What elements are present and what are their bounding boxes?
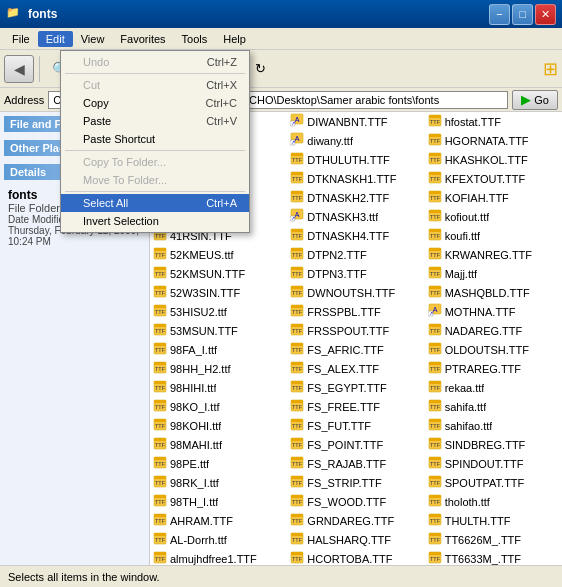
menu-copy-to[interactable]: Copy To Folder... [61,153,249,171]
list-item[interactable]: TTFKOFIAH.TTF [425,188,562,207]
menu-paste[interactable]: Paste Ctrl+V [61,112,249,130]
list-item[interactable]: TTFFS_EGYPT.TTF [287,378,424,397]
menu-select-all[interactable]: Select All Ctrl+A [61,194,249,212]
list-item[interactable]: TTF98FA_I.ttf [150,340,287,359]
menu-paste-shortcut[interactable]: Paste Shortcut [61,130,249,148]
list-item[interactable]: TTF98KOHI.ttf [150,416,287,435]
svg-text:TTF: TTF [292,499,303,505]
menu-move-to[interactable]: Move To Folder... [61,171,249,189]
list-item[interactable]: TTFOLDOUTSH.TTF [425,340,562,359]
list-item[interactable]: A↗DTNASKH3.ttf [287,207,424,226]
menu-copy[interactable]: Copy Ctrl+C [61,94,249,112]
refresh-button[interactable]: ↻ [248,54,273,84]
list-item[interactable]: TTFFS_FUT.TTF [287,416,424,435]
list-item[interactable]: TTFsahifao.ttf [425,416,562,435]
list-item[interactable]: TTFTHULTH.TTF [425,511,562,530]
svg-text:TTF: TTF [155,556,166,562]
list-item[interactable]: TTFFS_WOOD.TTF [287,492,424,511]
list-item[interactable]: TTF98MAHI.ttf [150,435,287,454]
svg-text:TTF: TTF [155,290,166,296]
list-item[interactable]: TTFDTPN3.TTF [287,264,424,283]
list-item[interactable]: TTFDWNOUTSH.TTF [287,283,424,302]
list-item[interactable]: TTFrekaa.ttf [425,378,562,397]
list-item[interactable]: TTFFS_AFRIC.TTF [287,340,424,359]
list-item[interactable]: TTF98TH_I.ttf [150,492,287,511]
list-item[interactable]: TTFFS_STRIP.TTF [287,473,424,492]
svg-rect-167 [154,457,166,460]
svg-text:TTF: TTF [430,385,441,391]
back-button[interactable]: ◀ [4,55,34,83]
menu-tools[interactable]: Tools [174,31,216,47]
list-item[interactable]: TTFFS_POINT.TTF [287,435,424,454]
list-item[interactable]: TTF52W3SIN.TTF [150,283,287,302]
list-item[interactable]: TTFSINDBREG.TTF [425,435,562,454]
list-item[interactable]: TTFFRSSPBL.TTF [287,302,424,321]
list-item[interactable]: TTFhfostat.TTF [425,112,562,131]
svg-text:TTF: TTF [430,499,441,505]
menu-view[interactable]: View [73,31,113,47]
list-item[interactable]: TTFKRWANREG.TTF [425,245,562,264]
svg-text:TTF: TTF [430,195,441,201]
svg-rect-212 [154,552,166,555]
list-item[interactable]: TTFalmujhdfree1.TTF [150,549,287,565]
list-item[interactable]: TTFKFEXTOUT.TTF [425,169,562,188]
list-item[interactable]: TTF52KMSUN.TTF [150,264,287,283]
menu-invert-selection[interactable]: Invert Selection [61,212,249,230]
list-item[interactable]: TTFDTPN2.TTF [287,245,424,264]
font-file-icon: TTF [290,417,304,434]
list-item[interactable]: TTFFRSSPOUT.TTF [287,321,424,340]
list-item[interactable]: TTFNADAREG.TTF [425,321,562,340]
list-item[interactable]: TTFHALSHARQ.TTF [287,530,424,549]
list-item[interactable]: TTFSPINDOUT.TTF [425,454,562,473]
list-item[interactable]: A↗MOTHNA.TTF [425,302,562,321]
list-item[interactable]: TTFDTHULUTH.TTF [287,150,424,169]
list-item[interactable]: A↗DIWANBNT.TTF [287,112,424,131]
list-item[interactable]: TTF98HIHI.ttf [150,378,287,397]
list-item[interactable]: TTFHCORTOBA.TTF [287,549,424,565]
list-item[interactable]: TTFDTKNASKH1.TTF [287,169,424,188]
list-item[interactable]: TTF98KO_I.ttf [150,397,287,416]
move-to-label: Move To Folder... [83,174,167,186]
list-item[interactable]: TTFkofiout.ttf [425,207,562,226]
file-name: diwany.ttf [307,135,353,147]
list-item[interactable]: TTFFS_ALEX.TTF [287,359,424,378]
file-name: 98FA_I.ttf [170,344,217,356]
list-item[interactable]: TTFTT6633M_.TTF [425,549,562,565]
close-button[interactable]: ✕ [535,4,556,25]
list-item[interactable]: TTFDTNASKH4.TTF [287,226,424,245]
list-item[interactable]: TTFAHRAM.TTF [150,511,287,530]
minimize-button[interactable]: − [489,4,510,25]
list-item[interactable]: TTF98HH_H2.ttf [150,359,287,378]
menu-edit[interactable]: Edit [38,31,73,47]
menu-undo[interactable]: Undo Ctrl+Z [61,53,249,71]
list-item[interactable]: TTFHKASHKOL.TTF [425,150,562,169]
list-item[interactable]: TTFsahifa.ttf [425,397,562,416]
list-item[interactable]: TTF53HISU2.ttf [150,302,287,321]
go-button[interactable]: ▶ Go [512,90,558,110]
list-item[interactable]: TTFkoufi.ttf [425,226,562,245]
font-file-icon: TTF [428,455,442,472]
list-item[interactable]: A↗diwany.ttf [287,131,424,150]
list-item[interactable]: TTFSPOUTPAT.TTF [425,473,562,492]
menu-file[interactable]: File [4,31,38,47]
list-item[interactable]: TTFFS_FREE.TTF [287,397,424,416]
list-item[interactable]: TTF52KMEUS.ttf [150,245,287,264]
maximize-button[interactable]: □ [512,4,533,25]
menu-cut[interactable]: Cut Ctrl+X [61,76,249,94]
list-item[interactable]: TTFtholoth.ttf [425,492,562,511]
menu-help[interactable]: Help [215,31,254,47]
list-item[interactable]: TTFTT6626M_.TTF [425,530,562,549]
svg-rect-161 [291,438,303,441]
list-item[interactable]: TTFMASHQBLD.TTF [425,283,562,302]
list-item[interactable]: TTFMajj.ttf [425,264,562,283]
list-item[interactable]: TTF53MSUN.TTF [150,321,287,340]
list-item[interactable]: TTF98PE.ttf [150,454,287,473]
menu-favorites[interactable]: Favorites [112,31,173,47]
list-item[interactable]: TTFDTNASKH2.TTF [287,188,424,207]
list-item[interactable]: TTFPTRAREG.TTF [425,359,562,378]
list-item[interactable]: TTFGRNDAREG.TTF [287,511,424,530]
list-item[interactable]: TTF98RK_I.ttf [150,473,287,492]
list-item[interactable]: TTFFS_RAJAB.TTF [287,454,424,473]
list-item[interactable]: TTFAL-Dorrh.ttf [150,530,287,549]
list-item[interactable]: TTFHGORNATA.TTF [425,131,562,150]
